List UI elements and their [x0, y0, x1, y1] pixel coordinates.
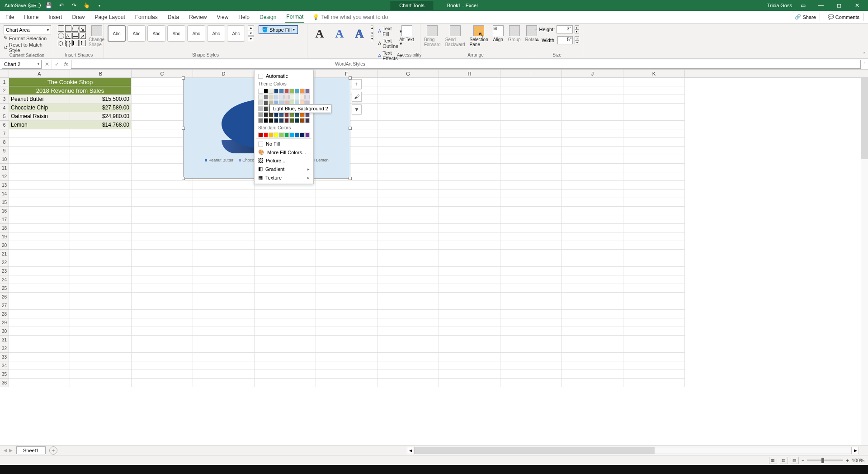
- wordart-gallery[interactable]: A A A: [311, 25, 368, 43]
- color-swatch[interactable]: [289, 95, 294, 100]
- gallery-down-icon[interactable]: ▾: [248, 31, 254, 36]
- cell[interactable]: [500, 138, 562, 147]
- cell[interactable]: [623, 86, 685, 95]
- color-swatch[interactable]: [274, 95, 279, 100]
- cell[interactable]: [316, 344, 377, 353]
- cell[interactable]: [132, 310, 193, 318]
- cell[interactable]: [70, 164, 132, 172]
- cell[interactable]: [623, 318, 685, 327]
- cell[interactable]: [500, 353, 562, 361]
- height-up[interactable]: ▴: [575, 25, 579, 29]
- cell[interactable]: [623, 224, 685, 232]
- cell[interactable]: [9, 181, 70, 190]
- cell[interactable]: [316, 353, 377, 361]
- cell[interactable]: [500, 181, 562, 190]
- cell[interactable]: [562, 284, 623, 293]
- cell[interactable]: [377, 284, 439, 293]
- cell[interactable]: [377, 293, 439, 301]
- cell[interactable]: [562, 275, 623, 284]
- cell[interactable]: [377, 190, 439, 198]
- color-swatch[interactable]: [305, 133, 310, 137]
- cell[interactable]: [439, 129, 500, 138]
- row-header[interactable]: 1: [0, 78, 9, 86]
- cell[interactable]: [193, 190, 255, 198]
- cell[interactable]: [132, 215, 193, 224]
- cell[interactable]: [9, 361, 70, 370]
- hscroll-thumb[interactable]: [415, 447, 655, 454]
- cell[interactable]: [132, 344, 193, 353]
- more-fill-colors[interactable]: 🎨More Fill Colors...: [255, 148, 313, 156]
- selection-pane-button[interactable]: Selection Pane: [470, 25, 488, 47]
- cell[interactable]: [377, 198, 439, 207]
- color-swatch[interactable]: [289, 133, 294, 137]
- tab-data[interactable]: Data: [167, 12, 180, 22]
- row-header[interactable]: 24: [0, 275, 9, 284]
- cell[interactable]: [316, 318, 377, 327]
- page-break-view-icon[interactable]: ▥: [791, 457, 799, 464]
- cell[interactable]: [623, 310, 685, 318]
- cell[interactable]: [562, 310, 623, 318]
- cell[interactable]: [439, 164, 500, 172]
- row-header[interactable]: 29: [0, 318, 9, 327]
- width-input[interactable]: 5": [557, 36, 573, 44]
- cell[interactable]: [193, 267, 255, 275]
- gallery-up-icon[interactable]: ▴: [248, 25, 254, 30]
- cell[interactable]: [623, 258, 685, 267]
- cell[interactable]: [316, 293, 377, 301]
- cell[interactable]: [562, 267, 623, 275]
- cell[interactable]: [193, 258, 255, 267]
- cell[interactable]: [316, 224, 377, 232]
- cell[interactable]: [439, 147, 500, 155]
- cell[interactable]: [255, 258, 316, 267]
- cell[interactable]: [9, 379, 70, 387]
- cell[interactable]: [70, 301, 132, 310]
- row-header[interactable]: 7: [0, 129, 9, 138]
- cell[interactable]: [70, 198, 132, 207]
- tab-draw[interactable]: Draw: [71, 12, 85, 22]
- cell[interactable]: [377, 241, 439, 250]
- cell[interactable]: [316, 198, 377, 207]
- collapse-ribbon-icon[interactable]: ˄: [863, 52, 865, 57]
- cell[interactable]: [562, 121, 623, 129]
- cell[interactable]: [623, 155, 685, 164]
- color-swatch[interactable]: [300, 133, 305, 137]
- cell[interactable]: [255, 327, 316, 336]
- cell[interactable]: [132, 370, 193, 379]
- cell[interactable]: [70, 215, 132, 224]
- cell[interactable]: [9, 164, 70, 172]
- color-swatch[interactable]: [284, 89, 289, 94]
- cell[interactable]: [9, 207, 70, 215]
- cell[interactable]: [562, 207, 623, 215]
- cell[interactable]: [255, 207, 316, 215]
- cell[interactable]: [9, 215, 70, 224]
- tab-file[interactable]: File: [5, 12, 15, 22]
- col-header-H[interactable]: H: [439, 70, 500, 77]
- cell[interactable]: [316, 232, 377, 241]
- cell[interactable]: [9, 172, 70, 181]
- cell[interactable]: [562, 301, 623, 310]
- col-header-G[interactable]: G: [377, 70, 439, 77]
- cell[interactable]: [500, 232, 562, 241]
- cell[interactable]: [377, 129, 439, 138]
- cell[interactable]: [562, 361, 623, 370]
- cell[interactable]: [9, 155, 70, 164]
- cell[interactable]: [316, 258, 377, 267]
- row-header[interactable]: 36: [0, 379, 9, 387]
- row-header[interactable]: 35: [0, 370, 9, 379]
- color-swatch[interactable]: [305, 118, 310, 123]
- cell[interactable]: [623, 232, 685, 241]
- cell[interactable]: [9, 129, 70, 138]
- cell[interactable]: [562, 181, 623, 190]
- item-value-cell[interactable]: $27,589.00: [70, 104, 132, 112]
- color-swatch[interactable]: [300, 89, 305, 94]
- gallery-more-icon[interactable]: ▾: [248, 36, 254, 41]
- autosave-toggle[interactable]: AutoSave Off ●: [5, 3, 41, 8]
- color-swatch[interactable]: [258, 133, 263, 137]
- cell[interactable]: [255, 198, 316, 207]
- cell[interactable]: [255, 353, 316, 361]
- cell[interactable]: [500, 327, 562, 336]
- cell[interactable]: [439, 361, 500, 370]
- cell[interactable]: [377, 318, 439, 327]
- fill-texture[interactable]: ▦Texture▸: [255, 173, 313, 182]
- cell[interactable]: [623, 207, 685, 215]
